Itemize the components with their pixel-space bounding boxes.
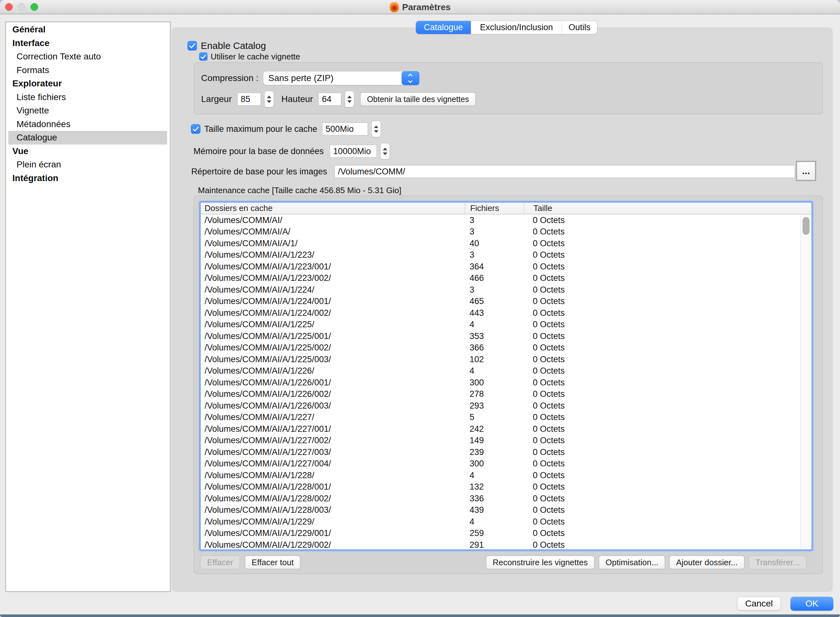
clear-all-button[interactable]: Effacer tout: [245, 555, 301, 569]
cache-folder-path: /Volumes/COMM/AI/A/1/223/: [201, 250, 465, 260]
cache-folder-size: 0 Octets: [524, 227, 811, 237]
table-row[interactable]: /Volumes/COMM/AI/A/1/228/ 4 0 Octets: [201, 469, 811, 481]
cache-folder-files: 300: [465, 459, 524, 469]
sidebar-item-general[interactable]: Général: [6, 23, 170, 37]
width-input[interactable]: 85: [237, 93, 261, 106]
cache-folder-path: /Volumes/COMM/AI/A/1/228/003/: [201, 505, 465, 515]
column-header-fichiers[interactable]: Fichiers: [465, 203, 524, 214]
rebuild-thumbnails-button[interactable]: Reconstruire les vignettes: [486, 555, 595, 569]
table-row[interactable]: /Volumes/COMM/AI/A/1/225/001/ 353 0 Octe…: [201, 331, 811, 342]
sidebar-item-metadonnees[interactable]: Métadonnées: [6, 118, 170, 131]
table-row[interactable]: /Volumes/COMM/AI/A/1/225/003/ 102 0 Octe…: [201, 354, 811, 365]
tab-catalogue[interactable]: Catalogue: [416, 21, 471, 34]
compression-select[interactable]: Sans perte (ZIP): [263, 71, 419, 85]
table-row[interactable]: /Volumes/COMM/AI/A/1/227/ 5 0 Octets: [201, 412, 811, 424]
sidebar-item-vignette[interactable]: Vignette: [6, 104, 170, 118]
cancel-button[interactable]: Cancel: [737, 597, 781, 611]
cache-folder-files: 466: [465, 273, 524, 283]
table-row[interactable]: /Volumes/COMM/AI/A/1/224/001/ 465 0 Octe…: [201, 296, 811, 307]
table-row[interactable]: /Volumes/COMM/AI/A/1/229/002/ 291 0 Octe…: [201, 539, 811, 549]
cache-folder-files: 291: [465, 540, 524, 549]
table-row[interactable]: /Volumes/COMM/AI/A/1/223/002/ 466 0 Octe…: [201, 273, 811, 284]
table-row[interactable]: /Volumes/COMM/AI/A/1/227/004/ 300 0 Octe…: [201, 458, 811, 470]
width-label: Largeur: [201, 94, 232, 104]
cache-folder-files: 443: [465, 308, 524, 318]
cache-folder-size: 0 Octets: [524, 389, 811, 399]
table-row[interactable]: /Volumes/COMM/AI/A/1/225/ 4 0 Octets: [201, 319, 811, 331]
height-input[interactable]: 64: [318, 93, 341, 106]
tab-outils[interactable]: Outils: [562, 21, 597, 34]
cache-folder-files: 364: [465, 262, 524, 272]
column-header-taille[interactable]: Taille: [524, 203, 811, 214]
table-row[interactable]: /Volumes/COMM/AI/A/1/226/003/ 293 0 Octe…: [201, 400, 811, 412]
cache-folder-size: 0 Octets: [524, 401, 811, 411]
add-folder-button[interactable]: Ajouter dossier...: [669, 555, 745, 569]
cache-folder-files: 4: [465, 471, 524, 480]
cache-folders-table[interactable]: Dossiers en cache Fichiers Taille /Volum…: [199, 201, 813, 551]
transfer-button: Transférer...: [748, 555, 807, 569]
table-row[interactable]: /Volumes/COMM/AI/A/1/223/001/ 364 0 Octe…: [201, 261, 811, 273]
table-row[interactable]: /Volumes/COMM/AI/A/1/226/002/ 278 0 Octe…: [201, 388, 811, 400]
use-thumbnail-cache-checkbox[interactable]: [199, 52, 207, 61]
table-row[interactable]: /Volumes/COMM/AI/A/1/ 40 0 Octets: [201, 238, 811, 249]
cache-folder-path: /Volumes/COMM/AI/: [201, 216, 465, 225]
table-row[interactable]: /Volumes/COMM/AI/A/1/227/003/ 239 0 Octe…: [201, 446, 811, 458]
height-stepper[interactable]: [345, 91, 354, 108]
catalogue-tab-panel: Enable Catalog Utiliser le cache vignett…: [171, 27, 833, 592]
table-row[interactable]: /Volumes/COMM/AI/A/1/228/002/ 336 0 Octe…: [201, 493, 811, 505]
table-row[interactable]: /Volumes/COMM/AI/A/1/227/002/ 149 0 Octe…: [201, 435, 811, 447]
cache-folder-files: 465: [465, 297, 524, 306]
sidebar-item-integration[interactable]: Intégration: [6, 171, 170, 185]
sidebar-item-formats[interactable]: Formats: [6, 63, 170, 77]
cache-folder-size: 0 Octets: [524, 494, 811, 503]
table-row[interactable]: /Volumes/COMM/AI/A/1/228/003/ 439 0 Octe…: [201, 505, 811, 516]
cache-folder-files: 242: [465, 424, 524, 434]
cache-folder-files: 353: [465, 331, 524, 341]
db-memory-input[interactable]: 10000Mio: [329, 145, 377, 158]
sidebar-item-correction-texte-auto[interactable]: Correction Texte auto: [6, 50, 170, 63]
sidebar-item-catalogue[interactable]: Catalogue: [8, 131, 167, 145]
table-row[interactable]: /Volumes/COMM/AI/A/1/227/001/ 242 0 Octe…: [201, 423, 811, 435]
table-row[interactable]: /Volumes/COMM/AI/A/1/225/002/ 366 0 Octe…: [201, 342, 811, 354]
sidebar-item-explorateur[interactable]: Explorateur: [6, 77, 170, 90]
table-body: /Volumes/COMM/AI/ 3 0 Octets /Volumes/CO…: [201, 214, 811, 549]
max-cache-size-checkbox[interactable]: [191, 124, 201, 134]
db-memory-stepper[interactable]: [380, 143, 390, 159]
table-row[interactable]: /Volumes/COMM/AI/A/1/229/001/ 259 0 Octe…: [201, 528, 811, 539]
table-row[interactable]: /Volumes/COMM/AI/A/1/223/ 3 0 Octets: [201, 249, 811, 261]
sidebar-item-plein-ecran[interactable]: Plein écran: [6, 158, 170, 171]
popup-arrows-icon: [402, 71, 419, 85]
max-cache-size-input[interactable]: 500Mio: [322, 123, 368, 136]
table-row[interactable]: /Volumes/COMM/AI/A/1/224/002/ 443 0 Octe…: [201, 307, 811, 319]
table-row[interactable]: /Volumes/COMM/AI/A/1/226/ 4 0 Octets: [201, 365, 811, 377]
sidebar-item-vue[interactable]: Vue: [6, 145, 170, 158]
table-scrollbar[interactable]: [800, 214, 811, 549]
max-cache-size-stepper[interactable]: [371, 121, 381, 137]
title-bar: Paramètres: [0, 0, 840, 14]
table-scrollbar-thumb[interactable]: [803, 217, 809, 235]
table-row[interactable]: /Volumes/COMM/AI/A/1/224/ 3 0 Octets: [201, 284, 811, 296]
table-row[interactable]: /Volumes/COMM/AI/ 3 0 Octets: [201, 214, 811, 226]
column-header-dossiers[interactable]: Dossiers en cache: [201, 203, 465, 214]
cache-folder-files: 5: [465, 412, 524, 422]
cache-folder-path: /Volumes/COMM/AI/A/1/227/: [201, 412, 465, 422]
optimization-button[interactable]: Optimisation...: [599, 555, 665, 569]
width-stepper[interactable]: [264, 91, 274, 108]
cache-folder-files: 132: [465, 482, 524, 492]
table-row[interactable]: /Volumes/COMM/AI/A/1/229/ 4 0 Octets: [201, 516, 811, 528]
get-thumbnail-size-button[interactable]: Obtenir la taille des vignettes: [360, 92, 476, 106]
compression-label: Compression :: [201, 73, 258, 83]
sidebar-item-liste-fichiers[interactable]: Liste fichiers: [6, 90, 170, 104]
table-row[interactable]: /Volumes/COMM/AI/A/1/226/001/ 300 0 Octe…: [201, 377, 811, 388]
sidebar-item-interface[interactable]: Interface: [6, 37, 170, 50]
browse-folder-button[interactable]: ...: [796, 161, 816, 181]
enable-catalog-checkbox[interactable]: [187, 41, 197, 50]
cache-folder-size: 0 Octets: [524, 216, 811, 225]
cache-folder-files: 3: [465, 227, 524, 237]
table-row[interactable]: /Volumes/COMM/AI/A/1/228/001/ 132 0 Octe…: [201, 481, 811, 493]
base-dir-input[interactable]: /Volumes/COMM/: [334, 165, 795, 178]
ok-button[interactable]: OK: [790, 597, 833, 611]
base-dir-label: Répertoire de base pour les images: [191, 167, 327, 177]
tab-exclusion-inclusion[interactable]: Exclusion/Inclusion: [471, 21, 562, 34]
table-row[interactable]: /Volumes/COMM/AI/A/ 3 0 Octets: [201, 226, 811, 238]
